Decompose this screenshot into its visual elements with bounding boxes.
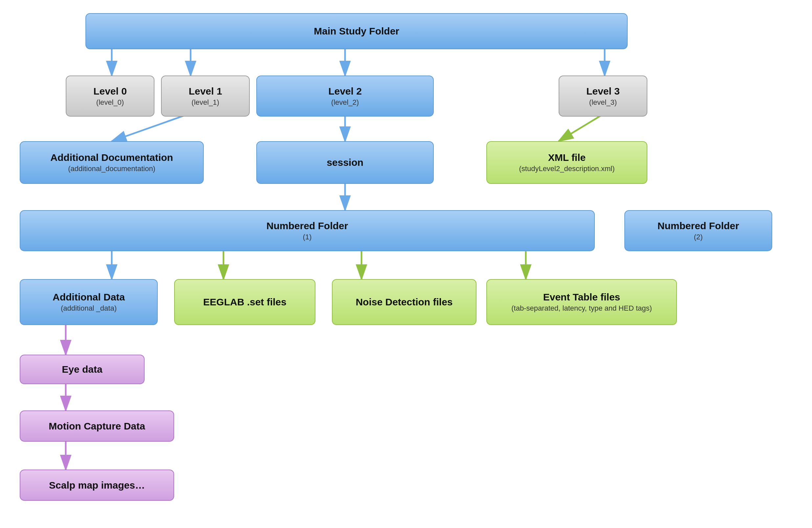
level3-node: Level 3 (level_3) — [559, 76, 647, 117]
additional-data-label: Additional Data — [53, 291, 125, 303]
noise-detection-files-label: Noise Detection files — [356, 296, 452, 308]
event-table-files-node: Event Table files (tab-separated, latenc… — [486, 279, 677, 325]
session-label: session — [327, 156, 363, 168]
level1-node: Level 1 (level_1) — [161, 76, 250, 117]
diagram: Main Study Folder Level 0 (level_0) Leve… — [0, 0, 812, 528]
numbered-folder2-node: Numbered Folder (2) — [624, 210, 772, 251]
session-node: session — [256, 141, 434, 184]
motion-capture-data-node: Motion Capture Data — [20, 410, 174, 442]
main-study-folder-node: Main Study Folder — [85, 13, 628, 49]
numbered-folder1-node: Numbered Folder (1) — [20, 210, 595, 251]
level0-subtitle: (level_0) — [96, 98, 124, 107]
additional-documentation-node: Additional Documentation (additional_doc… — [20, 141, 204, 184]
eeglab-set-files-node: EEGLAB .set files — [174, 279, 316, 325]
scalp-map-images-label: Scalp map images… — [49, 479, 145, 491]
svg-line-9 — [559, 113, 605, 141]
svg-line-7 — [112, 113, 191, 141]
level1-label: Level 1 — [189, 85, 222, 97]
level0-node: Level 0 (level_0) — [66, 76, 155, 117]
xml-file-subtitle: (studyLevel2_description.xml) — [519, 165, 614, 173]
eye-data-label: Eye data — [62, 363, 102, 375]
level0-label: Level 0 — [93, 85, 127, 97]
xml-file-label: XML file — [548, 152, 585, 164]
level3-label: Level 3 — [586, 85, 620, 97]
level2-label: Level 2 — [328, 85, 362, 97]
eeglab-set-files-label: EEGLAB .set files — [203, 296, 286, 308]
main-study-folder-label: Main Study Folder — [314, 25, 399, 37]
event-table-files-label: Event Table files — [543, 291, 620, 303]
additional-documentation-label: Additional Documentation — [50, 152, 173, 164]
scalp-map-images-node: Scalp map images… — [20, 470, 174, 501]
noise-detection-files-node: Noise Detection files — [332, 279, 477, 325]
numbered-folder1-label: Numbered Folder — [266, 220, 348, 232]
event-table-files-subtitle: (tab-separated, latency, type and HED ta… — [511, 304, 652, 313]
level2-subtitle: (level_2) — [331, 98, 359, 107]
motion-capture-data-label: Motion Capture Data — [49, 420, 145, 432]
level3-subtitle: (level_3) — [589, 98, 617, 107]
additional-data-subtitle: (additional _data) — [61, 304, 117, 313]
numbered-folder2-subtitle: (2) — [694, 233, 703, 241]
additional-data-node: Additional Data (additional _data) — [20, 279, 158, 325]
numbered-folder1-subtitle: (1) — [303, 233, 312, 241]
additional-documentation-subtitle: (additional_documentation) — [68, 165, 155, 173]
xml-file-node: XML file (studyLevel2_description.xml) — [486, 141, 647, 184]
level2-node: Level 2 (level_2) — [256, 76, 434, 117]
eye-data-node: Eye data — [20, 354, 145, 384]
level1-subtitle: (level_1) — [192, 98, 219, 107]
numbered-folder2-label: Numbered Folder — [657, 220, 739, 232]
